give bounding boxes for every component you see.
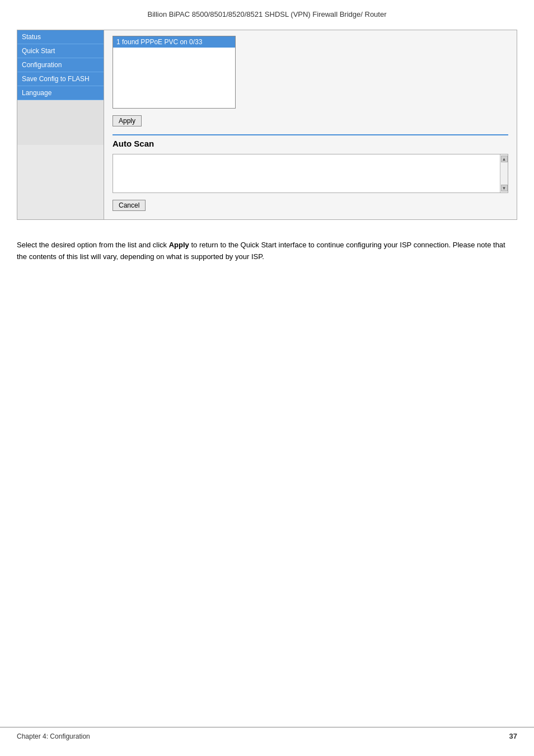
sidebar-item-save-config[interactable]: Save Config to FLASH	[17, 72, 104, 86]
sidebar-spacer	[17, 100, 104, 145]
sidebar-item-language[interactable]: Language	[17, 86, 104, 100]
description-text: Select the desired option from the list …	[0, 231, 534, 274]
description-before-bold: Select the desired option from the list …	[17, 241, 169, 249]
pvc-list-box[interactable]: 1 found PPPoE PVC on 0/33	[113, 36, 236, 109]
auto-scan-section: Auto Scan ▲ ▼ Cancel	[113, 134, 508, 211]
page-footer: Chapter 4: Configuration 37	[0, 727, 534, 745]
cancel-button[interactable]: Cancel	[113, 200, 146, 211]
page-number: 37	[509, 732, 517, 740]
scroll-up-arrow[interactable]: ▲	[501, 156, 508, 162]
main-layout: Status Quick Start Configuration Save Co…	[0, 24, 534, 231]
page-header: Billion BiPAC 8500/8501/8520/8521 SHDSL …	[0, 0, 534, 24]
sidebar: Status Quick Start Configuration Save Co…	[17, 30, 104, 220]
scrollbar-track: ▲ ▼	[500, 154, 508, 192]
header-title: Billion BiPAC 8500/8501/8520/8521 SHDSL …	[147, 10, 386, 18]
sidebar-item-configuration[interactable]: Configuration	[17, 58, 104, 72]
description-bold: Apply	[169, 241, 189, 249]
sidebar-item-quick-start[interactable]: Quick Start	[17, 44, 104, 58]
scroll-down-arrow[interactable]: ▼	[501, 185, 508, 191]
sidebar-item-status[interactable]: Status	[17, 30, 104, 44]
apply-button[interactable]: Apply	[113, 115, 142, 126]
pvc-list-item[interactable]: 1 found PPPoE PVC on 0/33	[113, 36, 235, 48]
chapter-label: Chapter 4: Configuration	[17, 732, 90, 740]
scan-output-box: ▲ ▼	[113, 154, 508, 193]
content-area: 1 found PPPoE PVC on 0/33 Apply Auto Sca…	[104, 30, 517, 220]
auto-scan-title: Auto Scan	[113, 139, 508, 148]
